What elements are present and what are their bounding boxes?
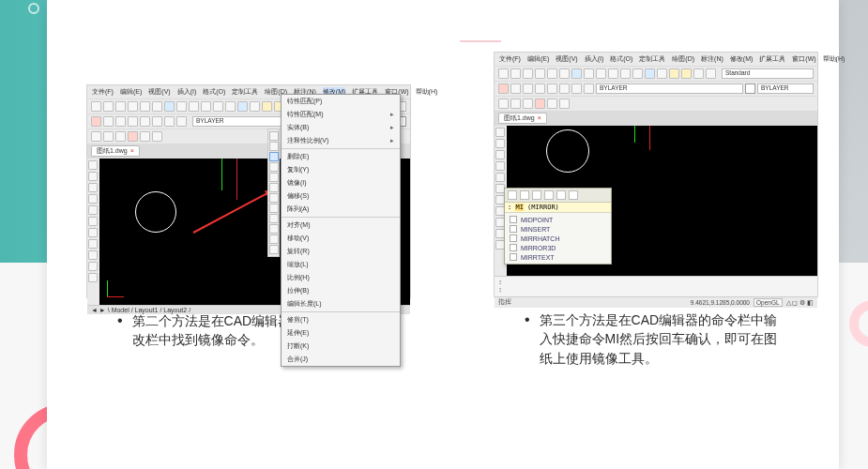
- tool-stretch-icon[interactable]: [269, 214, 279, 223]
- toolbar-icon[interactable]: [91, 116, 101, 127]
- toolbar-icon[interactable]: [213, 101, 223, 112]
- toolbar-icon[interactable]: [596, 68, 606, 79]
- toolbar-icon[interactable]: [237, 101, 248, 112]
- menu-item[interactable]: 移动(V): [282, 232, 400, 245]
- toolbar-icon[interactable]: [620, 68, 631, 79]
- toolbar-icon[interactable]: [115, 131, 126, 142]
- menu-item[interactable]: 对齐(M): [282, 219, 400, 232]
- toolbar-icon[interactable]: [569, 190, 578, 200]
- layer-dropdown-2[interactable]: BYLAYER: [757, 83, 814, 94]
- toolbar-icon[interactable]: [103, 131, 114, 142]
- toolbar-icon[interactable]: [547, 83, 557, 94]
- tool-icon[interactable]: [88, 273, 98, 282]
- menu-item[interactable]: 定制工具: [639, 54, 665, 64]
- toolbar-icon[interactable]: [645, 68, 655, 79]
- document-tab[interactable]: 图纸1.dwg×: [498, 113, 547, 124]
- toolbar-icon[interactable]: [510, 83, 521, 94]
- close-icon[interactable]: [535, 98, 545, 109]
- toolbar-icon[interactable]: [91, 131, 101, 142]
- toolbar-icon[interactable]: [693, 68, 704, 79]
- toolbar-icon[interactable]: [498, 68, 509, 79]
- menu-item[interactable]: 视图(V): [556, 54, 577, 64]
- toolbar-icon[interactable]: [152, 131, 162, 142]
- tool-icon[interactable]: [495, 128, 505, 137]
- toolbar-icon[interactable]: [103, 101, 114, 112]
- toolbar-icon[interactable]: [201, 101, 211, 112]
- toolbar-icon[interactable]: [571, 83, 582, 94]
- toolbar-icon[interactable]: [544, 190, 554, 200]
- toolbar-icon[interactable]: [559, 98, 570, 109]
- menu-item[interactable]: 延伸(E): [282, 326, 400, 340]
- toolbar-icon[interactable]: [510, 98, 521, 109]
- tool-icon[interactable]: [88, 250, 98, 260]
- menu-item[interactable]: 扩展工具: [759, 54, 785, 64]
- toolbar-icon[interactable]: [532, 190, 541, 200]
- toolbar-icon[interactable]: [547, 68, 557, 79]
- toolbar-icon[interactable]: [657, 68, 667, 79]
- tool-break-icon[interactable]: [269, 245, 279, 254]
- tool-icon[interactable]: [88, 160, 98, 170]
- toolbar-icon[interactable]: [556, 190, 566, 200]
- tool-icon[interactable]: [88, 228, 98, 237]
- autocomplete-item[interactable]: MIRRTEXT: [505, 252, 611, 262]
- tool-icon[interactable]: [88, 262, 98, 271]
- toolbar-icon[interactable]: [669, 68, 679, 79]
- tool-array-icon[interactable]: [269, 173, 279, 182]
- command-input[interactable]: : MI (MIRROR): [505, 203, 611, 213]
- tool-rotate-icon[interactable]: [269, 193, 279, 203]
- tool-icon[interactable]: [88, 217, 98, 226]
- color-swatch[interactable]: [745, 83, 755, 94]
- close-tab-icon[interactable]: ×: [538, 114, 541, 121]
- menu-item[interactable]: 绘图(D): [672, 54, 694, 64]
- menu-item[interactable]: 帮助(H): [416, 87, 438, 97]
- menu-item[interactable]: 特性匹配(P): [282, 95, 400, 108]
- toolbar-icon[interactable]: [523, 83, 533, 94]
- menu-item[interactable]: 合并(J): [282, 353, 400, 366]
- toolbar-icon[interactable]: [91, 101, 101, 112]
- toolbar-icon[interactable]: [498, 98, 509, 109]
- menu-item-mirror[interactable]: 镜像(I): [282, 176, 400, 189]
- toolbar-icon[interactable]: [508, 190, 517, 200]
- toolbar-icon[interactable]: [225, 101, 236, 112]
- toolbar-icon[interactable]: [164, 116, 175, 127]
- toolbar-icon[interactable]: [547, 98, 557, 109]
- tool-move-icon[interactable]: [269, 183, 279, 192]
- document-tab[interactable]: 图纸1.dwg×: [91, 145, 140, 157]
- toolbar-icon[interactable]: [584, 68, 594, 79]
- toolbar-icon[interactable]: [128, 116, 138, 127]
- toolbar-icon[interactable]: [262, 101, 272, 112]
- menu-item[interactable]: 特性匹配(M): [282, 108, 400, 121]
- toolbar-icon[interactable]: [115, 101, 126, 112]
- menu-item[interactable]: 实体(B): [282, 121, 400, 134]
- tool-icon[interactable]: [495, 173, 505, 182]
- menu-item[interactable]: 格式(O): [610, 54, 632, 64]
- menu-item[interactable]: 旋转(R): [282, 245, 400, 258]
- toolbar-icon[interactable]: [115, 116, 126, 127]
- menu-item[interactable]: 插入(I): [177, 87, 197, 97]
- toolbar-icon[interactable]: [140, 101, 150, 112]
- menu-item[interactable]: 标注(N): [701, 54, 723, 64]
- toolbar-icon[interactable]: [250, 101, 260, 112]
- toolbar-icon[interactable]: [681, 68, 692, 79]
- toolbar-icon[interactable]: [584, 83, 594, 94]
- toolbar-icon[interactable]: [510, 68, 521, 79]
- toolbar-icon[interactable]: [608, 68, 618, 79]
- menu-item[interactable]: 阵列(A): [282, 203, 400, 216]
- toolbar-icon[interactable]: [176, 116, 187, 127]
- close-icon[interactable]: [128, 131, 138, 142]
- toolbar-icon[interactable]: [523, 98, 533, 109]
- tool-icon[interactable]: [88, 183, 98, 192]
- toolbar-icon[interactable]: [128, 101, 138, 112]
- menu-item[interactable]: 修改(M): [730, 54, 754, 64]
- tool-icon[interactable]: [88, 172, 98, 181]
- autocomplete-item[interactable]: MIRRHATCH: [505, 234, 611, 243]
- toolbar-icon[interactable]: [140, 116, 150, 127]
- menu-item[interactable]: 偏移(S): [282, 189, 400, 203]
- menu-item[interactable]: 编辑长度(L): [282, 297, 400, 310]
- toolbar-icon[interactable]: [520, 190, 529, 200]
- tool-icon[interactable]: [88, 205, 98, 215]
- autocomplete-item[interactable]: MIDPOINT: [505, 215, 611, 224]
- menu-item[interactable]: 定制工具: [232, 87, 258, 97]
- toolbar-icon[interactable]: [523, 68, 533, 79]
- menu-item[interactable]: 拉伸(B): [282, 284, 400, 297]
